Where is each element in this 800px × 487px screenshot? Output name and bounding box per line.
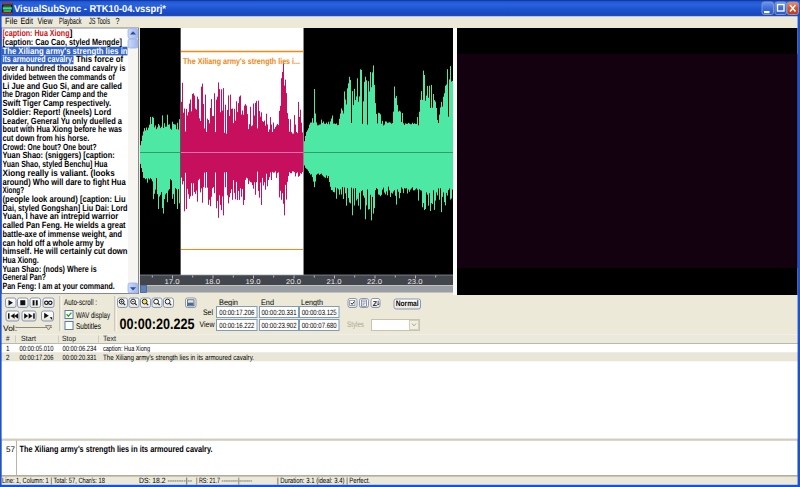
svg-text:Vol:: Vol: xyxy=(3,324,17,333)
svg-text:?: ? xyxy=(116,16,120,26)
svg-text:]: ] xyxy=(70,28,73,38)
svg-text:VisualSubSync - RTK10-04.vsspr: VisualSubSync - RTK10-04.vssprj* xyxy=(14,4,166,15)
svg-text:2: 2 xyxy=(6,353,10,362)
svg-text:Line: 1, Column: 1 | Total: 57: Line: 1, Column: 1 | Total: 57, Char/s: … xyxy=(2,476,105,485)
svg-text:00:00:16.222: 00:00:16.222 xyxy=(219,321,254,330)
svg-text:Styles: Styles xyxy=(347,320,364,329)
svg-text:22.0: 22.0 xyxy=(367,279,382,286)
svg-text:WAV display: WAV display xyxy=(76,310,111,320)
svg-text:20.0: 20.0 xyxy=(286,279,301,286)
svg-text:The Xiliang army's strength li: The Xiliang army's strength lies in its … xyxy=(20,444,213,454)
svg-text:00:00:17.206: 00:00:17.206 xyxy=(219,308,254,317)
svg-text:00:00:20.225: 00:00:20.225 xyxy=(120,316,195,333)
svg-text:00:00:03.125: 00:00:03.125 xyxy=(302,308,337,317)
svg-text:Begin: Begin xyxy=(219,298,238,307)
svg-text:00:00:05.010: 00:00:05.010 xyxy=(20,344,54,353)
svg-text:23.0: 23.0 xyxy=(408,279,423,286)
svg-text:17.0: 17.0 xyxy=(165,279,180,286)
svg-text:21.0: 21.0 xyxy=(327,279,342,286)
svg-text:57: 57 xyxy=(6,445,16,454)
svg-text:caption: Hua Xiong: caption: Hua Xiong xyxy=(103,344,150,353)
svg-text:00:00:20.331: 00:00:20.331 xyxy=(262,308,297,317)
svg-text:DS: 18.2 --------|--: DS: 18.2 --------|-- xyxy=(139,476,192,485)
svg-text:00:00:23.902: 00:00:23.902 xyxy=(262,321,297,330)
svg-text:End: End xyxy=(261,298,274,307)
svg-text:The Xiliang army's strength li: The Xiliang army's strength lies i... xyxy=(183,56,300,66)
svg-text:Sel: Sel xyxy=(203,308,213,317)
svg-text:Auto-scroll :: Auto-scroll : xyxy=(64,297,97,307)
svg-text:1: 1 xyxy=(6,344,10,353)
svg-text:00:00:17.206: 00:00:17.206 xyxy=(20,353,54,362)
svg-text:The Xiliang army's strength li: The Xiliang army's strength lies in its … xyxy=(103,353,254,362)
svg-text:18.0: 18.0 xyxy=(205,279,220,286)
svg-text:19.0: 19.0 xyxy=(246,279,261,286)
svg-text:00:00:06.234: 00:00:06.234 xyxy=(63,344,97,353)
svg-text:Playback: Playback xyxy=(59,16,82,26)
svg-text:Pan Feng: I am at your command: Pan Feng: I am at your command. xyxy=(3,281,115,291)
svg-text:00:00:07.680: 00:00:07.680 xyxy=(302,321,337,330)
svg-text:Normal: Normal xyxy=(396,299,419,308)
svg-text:Start: Start xyxy=(21,334,37,343)
svg-text:JS Tools: JS Tools xyxy=(89,16,110,26)
svg-text:Z: Z xyxy=(373,301,378,308)
svg-text:View: View xyxy=(200,320,215,329)
svg-text:View: View xyxy=(38,16,53,26)
svg-text:| RS: 21.7 ---------|-------: | RS: 21.7 ---------|------- xyxy=(196,476,252,485)
svg-text:00:00:20.331: 00:00:20.331 xyxy=(63,353,97,362)
svg-text:Subtitles: Subtitles xyxy=(76,321,101,331)
svg-text:| Duration: 3.1 (ideal: 3.4) |: | Duration: 3.1 (ideal: 3.4) | Perfect. xyxy=(277,476,370,485)
svg-text:Length: Length xyxy=(301,298,323,307)
svg-text:File: File xyxy=(5,16,18,26)
svg-text:Text: Text xyxy=(103,334,117,343)
svg-text:Edit: Edit xyxy=(21,16,34,26)
svg-text:Stop: Stop xyxy=(62,334,76,343)
